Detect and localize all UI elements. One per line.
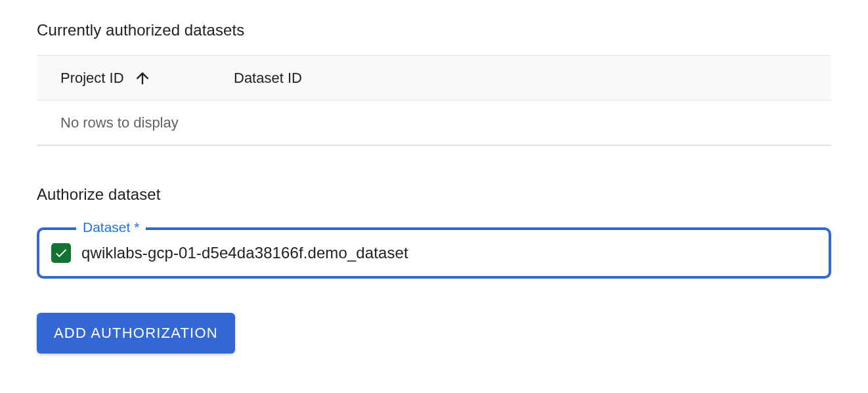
column-project-id[interactable]: Project ID <box>37 69 234 87</box>
checkmark-icon <box>51 243 71 263</box>
authorize-dataset-title: Authorize dataset <box>37 185 831 204</box>
current-authorized-title: Currently authorized datasets <box>37 21 831 39</box>
dataset-field-label: Dataset * <box>76 220 146 235</box>
authorized-datasets-table: Project ID Dataset ID No rows to display <box>37 55 831 146</box>
dataset-selected-value: qwiklabs-gcp-01-d5e4da38166f.demo_datase… <box>81 244 408 262</box>
table-empty-message: No rows to display <box>37 101 831 145</box>
arrow-up-icon[interactable] <box>133 69 152 87</box>
column-dataset-id[interactable]: Dataset ID <box>234 70 302 87</box>
table-header: Project ID Dataset ID <box>37 56 831 101</box>
dataset-field[interactable]: Dataset * qwiklabs-gcp-01-d5e4da38166f.d… <box>37 227 831 279</box>
column-dataset-id-label: Dataset ID <box>234 70 302 87</box>
column-project-id-label: Project ID <box>60 70 124 87</box>
add-authorization-button[interactable]: ADD AUTHORIZATION <box>37 313 235 354</box>
